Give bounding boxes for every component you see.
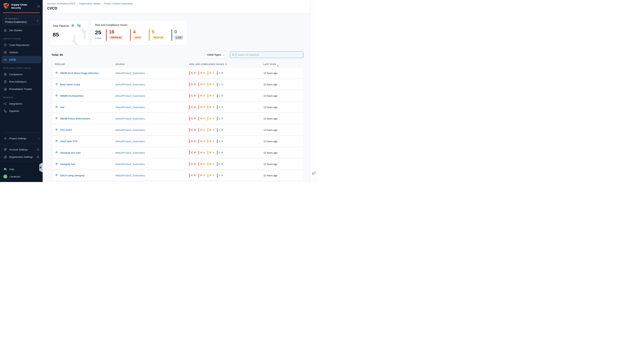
source-link[interactable]: default/Product_Exploratory bbox=[115, 117, 145, 120]
severity-count: M 0 bbox=[209, 151, 215, 154]
last-scan-time: 12 hours ago bbox=[264, 117, 277, 120]
severity-count: M 0 bbox=[209, 106, 215, 108]
severity-bar bbox=[217, 117, 218, 120]
table-row[interactable]: Semgrep test default/Product_Exploratory… bbox=[53, 159, 303, 169]
row-severity-c: C 0 bbox=[189, 117, 196, 120]
support-chat-icon[interactable] bbox=[311, 170, 316, 176]
sidebar-item-compliance[interactable]: Compliance bbox=[2, 71, 41, 78]
pipeline-name-link[interactable]: SBOM Policy Enforcement bbox=[60, 117, 90, 120]
severity-count: M 0 bbox=[209, 117, 215, 120]
row-severities: C 0 H 0 M 0 L 0 bbox=[189, 71, 264, 75]
severity-bar bbox=[217, 128, 218, 132]
severity-count: H 0 bbox=[200, 106, 205, 108]
cicd-types-dropdown[interactable]: CI/CD Types bbox=[205, 52, 228, 58]
table-row[interactable]: STO SAST default/Product_Exploratory C 0… bbox=[53, 125, 303, 135]
sidebar-item-label: Organization Settings bbox=[9, 156, 33, 158]
severity-count: L 0 bbox=[219, 94, 223, 97]
severity-bar bbox=[198, 94, 199, 98]
source-link[interactable]: default/Product_Exploratory bbox=[115, 72, 145, 74]
sidebar-item-label: Remediation Tracker bbox=[9, 88, 32, 90]
source-link[interactable]: default/Product_Exploratory bbox=[115, 151, 145, 154]
search-icon bbox=[232, 54, 235, 56]
sort-asc-icon[interactable] bbox=[277, 63, 279, 65]
severity-bar bbox=[198, 162, 199, 166]
breadcrumb-link[interactable]: Account: Automation-SSCA bbox=[47, 2, 75, 5]
source-link[interactable]: default/Product_Exploratory bbox=[115, 94, 145, 97]
sidebar-item-organization-settings[interactable]: Organization Settings bbox=[2, 153, 41, 160]
active-issues-label: Active bbox=[95, 37, 106, 40]
table-row[interactable]: SBOM Policy Enforcement default/Product_… bbox=[53, 114, 303, 124]
sidebar-item-account-settings[interactable]: Account Settings bbox=[2, 146, 41, 153]
severity-bar bbox=[189, 151, 190, 155]
severity-count: C 0 bbox=[191, 128, 196, 131]
row-severity-m: M 0 bbox=[208, 128, 215, 132]
pipeline-name-link[interactable]: SBOM Orch Base Image detection bbox=[60, 72, 99, 74]
pipeline-name-link[interactable]: STO SAST bbox=[60, 128, 72, 131]
pipeline-name-link[interactable]: Semgrep test vuln bbox=[60, 151, 81, 154]
breadcrumb-link[interactable]: Organization: default bbox=[79, 2, 100, 5]
source-link[interactable]: default/Product_Exploratory bbox=[115, 163, 145, 166]
severity-bar bbox=[149, 29, 150, 41]
search-input[interactable] bbox=[237, 54, 301, 56]
sidebar-item-help[interactable]: ? Help bbox=[2, 166, 41, 173]
sidebar-item-ci-cd[interactable]: CI/CD bbox=[2, 56, 41, 63]
source-link[interactable]: default/Product_Exploratory bbox=[115, 106, 145, 108]
total-pipelines-card: Total Pipelines bbox=[50, 20, 88, 45]
user-name: Lavakush bbox=[10, 175, 20, 178]
sidebar-item-get-started[interactable]: Get Started bbox=[2, 26, 41, 34]
row-severity-c: C 0 bbox=[189, 151, 196, 155]
table-row[interactable]: Semgrep test vuln default/Product_Explor… bbox=[53, 148, 303, 158]
severity-bar bbox=[189, 174, 190, 178]
sidebar-item-code-repositories[interactable]: Code Repositories bbox=[2, 41, 41, 48]
pipeline-diamond-icon bbox=[55, 71, 58, 75]
pipeline-name-link[interactable]: test bbox=[60, 106, 64, 108]
total-pipelines-title: Total Pipelines bbox=[53, 24, 69, 27]
breadcrumb-link[interactable]: Project: Product Exploratory bbox=[104, 2, 133, 5]
project-selector[interactable]: PROJECT Product Exploratory › bbox=[3, 16, 40, 25]
table-row[interactable]: Base sbom script default/Product_Explora… bbox=[53, 79, 303, 90]
sidebar-item-remediation-tracker[interactable]: Remediation Tracker bbox=[2, 85, 41, 93]
user-menu[interactable]: L Lavakush bbox=[2, 173, 41, 180]
nav-section-header: RISK AND COMPLIANCE bbox=[2, 67, 41, 69]
table-row[interactable]: SAST with STO default/Product_Explorator… bbox=[53, 136, 303, 146]
row-severity-h: H 0 bbox=[198, 128, 205, 132]
pipeline-name-link[interactable]: SAST with STO bbox=[60, 140, 77, 143]
severity-count: M 0 bbox=[209, 128, 215, 131]
pipeline-name-link[interactable]: SBOM Orchestartion bbox=[60, 94, 84, 97]
pipeline-name-link[interactable]: SSCA using Semgrep bbox=[60, 174, 85, 177]
severity-count: 4 bbox=[133, 29, 136, 34]
row-severity-h: H 0 bbox=[198, 105, 205, 109]
source-link[interactable]: default/Product_Exploratory bbox=[115, 174, 145, 177]
severity-bar bbox=[217, 82, 218, 86]
pipeline-name-link[interactable]: Base sbom script bbox=[60, 83, 80, 86]
module-grid-icon[interactable] bbox=[37, 5, 40, 8]
table-row[interactable]: SBOM Orch Base Image detection default/P… bbox=[53, 68, 303, 78]
severity-critical: 16 CRITICAL bbox=[106, 29, 123, 41]
row-severity-l: L 0 bbox=[217, 151, 223, 155]
table-row[interactable]: test default/Product_Exploratory C 0 H 0… bbox=[53, 102, 303, 112]
source-link[interactable]: default/Product_Exploratory bbox=[115, 128, 145, 131]
pipeline-search[interactable] bbox=[230, 52, 303, 58]
row-severity-c: C 0 bbox=[189, 162, 196, 166]
sidebar-item-artifacts[interactable]: Artifacts bbox=[2, 48, 41, 56]
severity-count: L 0 bbox=[219, 128, 223, 131]
row-severity-m: M 0 bbox=[208, 117, 215, 120]
table-row[interactable]: SBOM Orchestartion default/Product_Explo… bbox=[53, 91, 303, 101]
pipeline-name-link[interactable]: Semgrep test bbox=[60, 163, 75, 166]
row-severity-l: L 0 bbox=[217, 140, 223, 143]
table-row[interactable]: SSCA using Semgrep default/Product_Explo… bbox=[53, 170, 303, 180]
sidebar-item-integrations[interactable]: Integrations bbox=[2, 100, 41, 107]
sort-icon[interactable] bbox=[225, 63, 227, 65]
pipelines-table: PIPELINE SOURCE RISK AND COMPLIANCE ISSU… bbox=[53, 63, 303, 180]
row-severities: C 0 H 0 M 0 L 0 bbox=[189, 82, 264, 86]
sidebar-item-project-settings[interactable]: Project Settings› bbox=[2, 135, 41, 142]
sidebar-item-label: Code Repositories bbox=[9, 44, 30, 46]
table-header: PIPELINE SOURCE RISK AND COMPLIANCE ISSU… bbox=[53, 63, 303, 68]
row-severity-c: C 0 bbox=[189, 94, 196, 98]
source-link[interactable]: default/Product_Exploratory bbox=[115, 83, 145, 86]
source-link[interactable]: default/Product_Exploratory bbox=[115, 140, 145, 143]
sidebar-item-pipelines[interactable]: Pipelines bbox=[2, 107, 41, 115]
row-severity-c: C 0 bbox=[189, 82, 196, 86]
sidebar-item-rule-definitions[interactable]: Rule Definitions bbox=[2, 78, 41, 85]
severity-count: C 0 bbox=[191, 151, 196, 154]
